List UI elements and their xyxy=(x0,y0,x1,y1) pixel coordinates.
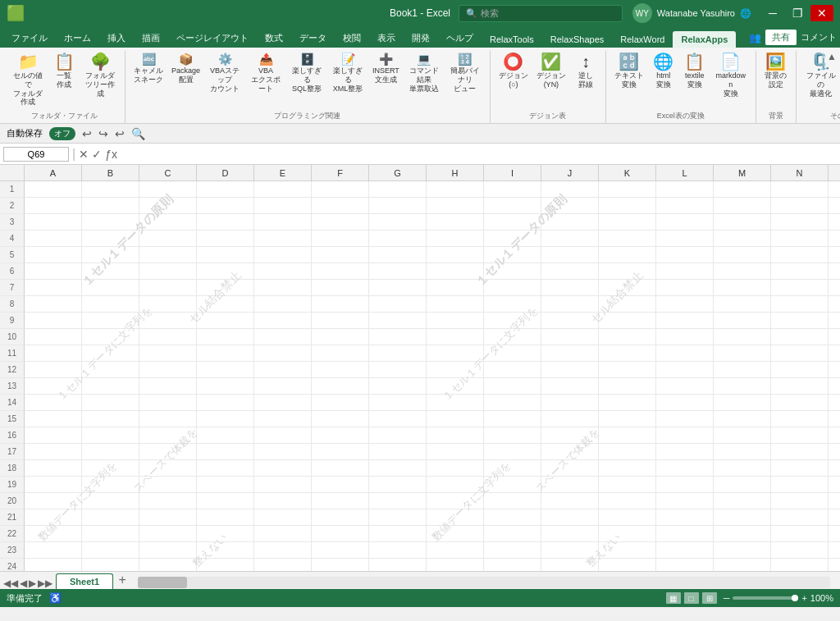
cell[interactable] xyxy=(541,477,599,493)
tab-relaxshapes[interactable]: RelaxShapes xyxy=(542,31,612,48)
cell[interactable] xyxy=(829,214,840,231)
cell[interactable] xyxy=(484,296,541,313)
btn-sql-format[interactable]: 🗄️ 楽しすぎるSQL整形 xyxy=(287,51,326,95)
ribbon-collapse[interactable]: ▲ xyxy=(827,51,837,62)
cell[interactable] xyxy=(25,559,82,571)
cell[interactable] xyxy=(714,329,771,345)
cell[interactable] xyxy=(599,460,656,477)
cell[interactable] xyxy=(254,198,312,214)
col-header-o[interactable]: O xyxy=(829,165,840,180)
cell[interactable] xyxy=(25,329,82,345)
cell[interactable] xyxy=(829,427,840,444)
cell[interactable] xyxy=(254,263,312,280)
cell[interactable] xyxy=(139,280,197,296)
cell[interactable] xyxy=(312,313,369,329)
btn-bg-setting[interactable]: 🖼️ 背景の設定 xyxy=(761,51,791,92)
cell[interactable] xyxy=(484,345,541,362)
btn-vba-export[interactable]: 📤 VBAエクスポート xyxy=(246,51,285,95)
cell[interactable] xyxy=(829,296,840,313)
zoom-plus-button[interactable]: + xyxy=(801,593,806,603)
cell[interactable] xyxy=(599,444,656,460)
btn-cmd-result[interactable]: 💻 コマンド結果単票取込 xyxy=(404,51,444,95)
cell[interactable] xyxy=(771,313,829,329)
cell[interactable] xyxy=(541,345,599,362)
cell[interactable] xyxy=(771,395,829,411)
cell[interactable] xyxy=(427,509,484,526)
cell[interactable] xyxy=(484,427,541,444)
cell[interactable] xyxy=(25,198,82,214)
cell[interactable] xyxy=(139,214,197,231)
cell[interactable] xyxy=(541,313,599,329)
cell[interactable] xyxy=(82,509,139,526)
cell[interactable] xyxy=(427,198,484,214)
cell[interactable] xyxy=(599,313,656,329)
cell[interactable] xyxy=(656,542,714,559)
cell[interactable] xyxy=(714,427,771,444)
tab-review[interactable]: 校閲 xyxy=(335,29,369,48)
cell[interactable] xyxy=(139,345,197,362)
cell[interactable] xyxy=(541,362,599,378)
cell[interactable] xyxy=(312,509,369,526)
tab-data[interactable]: データ xyxy=(291,29,335,48)
cell[interactable] xyxy=(25,444,82,460)
cell[interactable] xyxy=(541,493,599,509)
cell[interactable] xyxy=(599,231,656,247)
cell[interactable] xyxy=(25,509,82,526)
btn-reverse-line[interactable]: ↕️ 逆し罫線 xyxy=(571,51,600,92)
cell[interactable] xyxy=(25,378,82,395)
cell[interactable] xyxy=(427,542,484,559)
cell[interactable] xyxy=(656,345,714,362)
tab-pagelayout[interactable]: ページレイアウト xyxy=(168,29,257,48)
cell[interactable] xyxy=(82,362,139,378)
cell[interactable] xyxy=(369,263,427,280)
cell[interactable] xyxy=(484,181,541,198)
cell[interactable] xyxy=(139,181,197,198)
cell[interactable] xyxy=(82,427,139,444)
cell[interactable] xyxy=(829,493,840,509)
cell[interactable] xyxy=(541,263,599,280)
cell[interactable] xyxy=(369,345,427,362)
cell[interactable] xyxy=(427,280,484,296)
cell[interactable] xyxy=(312,411,369,427)
insert-function-icon[interactable]: ƒx xyxy=(105,148,117,161)
cell[interactable] xyxy=(312,444,369,460)
btn-batch-create[interactable]: 📋 一覧作成 xyxy=(49,51,79,92)
cell[interactable] xyxy=(771,329,829,345)
cell[interactable] xyxy=(312,526,369,542)
zoom-slider[interactable] xyxy=(733,596,798,600)
cell[interactable] xyxy=(427,559,484,571)
cell[interactable] xyxy=(369,181,427,198)
cell[interactable] xyxy=(714,444,771,460)
col-header-g[interactable]: G xyxy=(369,165,427,180)
cell[interactable] xyxy=(599,427,656,444)
cell[interactable] xyxy=(254,214,312,231)
cell[interactable] xyxy=(369,296,427,313)
cell[interactable] xyxy=(82,329,139,345)
cell[interactable] xyxy=(82,378,139,395)
col-header-h[interactable]: H xyxy=(427,165,484,180)
cell[interactable] xyxy=(312,378,369,395)
cell[interactable] xyxy=(82,477,139,493)
cell[interactable] xyxy=(369,509,427,526)
col-header-m[interactable]: M xyxy=(714,165,771,180)
cell[interactable] xyxy=(484,493,541,509)
cell[interactable] xyxy=(656,198,714,214)
cell[interactable] xyxy=(599,181,656,198)
cell[interactable] xyxy=(139,444,197,460)
cell[interactable] xyxy=(599,526,656,542)
cell[interactable] xyxy=(656,296,714,313)
cell[interactable] xyxy=(254,444,312,460)
cell[interactable] xyxy=(427,247,484,263)
btn-decision-yn[interactable]: ✅ デジョン(YN) xyxy=(533,51,569,92)
cell[interactable] xyxy=(139,427,197,444)
cell[interactable] xyxy=(25,477,82,493)
cell[interactable] xyxy=(254,296,312,313)
cell[interactable] xyxy=(599,378,656,395)
minimize-button[interactable]: ─ xyxy=(761,5,784,21)
cell[interactable] xyxy=(139,493,197,509)
cell[interactable] xyxy=(312,395,369,411)
cell[interactable] xyxy=(656,313,714,329)
cell[interactable] xyxy=(771,263,829,280)
cell[interactable] xyxy=(197,427,254,444)
cell[interactable] xyxy=(197,345,254,362)
